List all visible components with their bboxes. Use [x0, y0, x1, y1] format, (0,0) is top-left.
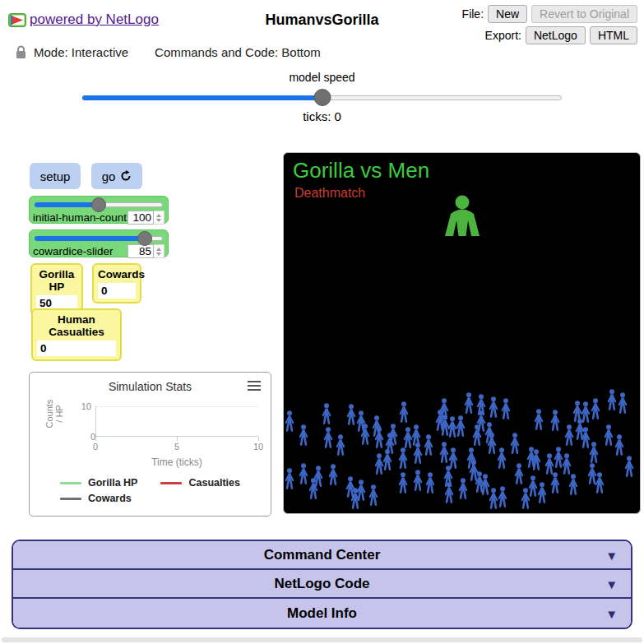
human-figure	[368, 484, 378, 506]
monitor-cowards: Cowards 0	[92, 263, 141, 303]
human-figure	[464, 392, 474, 414]
slider-cowardice[interactable]: cowardice-slider 85	[29, 229, 169, 257]
command-center-bar[interactable]: Command Center ▼	[13, 541, 631, 570]
go-button[interactable]: go	[91, 163, 142, 189]
bottom-panels: Command Center ▼ NetLogo Code ▼ Model In…	[12, 540, 632, 629]
human-figure	[489, 396, 498, 418]
header: powered by NetLogo HumanvsGorilla File: …	[0, 0, 644, 43]
human-figure	[425, 472, 435, 493]
mode-row: Mode: Interactive Commands and Code: Bot…	[15, 45, 321, 59]
y-tick-label: 10	[75, 401, 91, 411]
forever-repeat-icon	[120, 170, 132, 182]
model-speed-slider[interactable]	[82, 89, 562, 105]
legend-item-casualties: Casualties	[160, 477, 240, 489]
human-figure	[498, 486, 507, 507]
human-figure	[618, 392, 628, 414]
human-figure	[564, 424, 574, 446]
legend-label: Gorilla HP	[88, 477, 137, 489]
human-figure	[534, 409, 544, 430]
main-area: setup go initial-human-count 100	[0, 152, 644, 514]
human-figure	[299, 463, 308, 484]
monitor-label: Gorilla HP	[36, 268, 77, 293]
y-tick-label: 0	[79, 432, 95, 442]
speed-label: model speed	[0, 71, 644, 84]
human-figure	[398, 447, 408, 469]
slider-fill	[35, 202, 100, 207]
slider-thumb[interactable]	[137, 231, 152, 246]
speed-thumb[interactable]	[313, 89, 331, 106]
new-button[interactable]: New	[488, 5, 527, 23]
gorilla-figure	[438, 195, 486, 238]
spinner-down-icon[interactable]	[156, 219, 161, 222]
slider-thumb[interactable]	[91, 197, 106, 212]
legend-swatch	[60, 482, 81, 484]
setup-button[interactable]: setup	[30, 163, 81, 189]
human-figure	[607, 389, 617, 410]
human-figure	[476, 394, 486, 415]
plot-canvas	[95, 406, 258, 437]
slider-value-input[interactable]: 100	[127, 211, 154, 225]
world-subtitle: Deathmatch	[294, 186, 365, 201]
human-figure	[497, 447, 507, 469]
commands-code-text: Commands and Code: Bottom	[155, 45, 321, 59]
slider-initial-human-count[interactable]: initial-human-count 100	[29, 196, 169, 224]
monitor-value: 0	[37, 341, 116, 356]
world-title: Gorilla vs Men	[293, 158, 429, 183]
chevron-down-icon[interactable]: ▼	[605, 577, 618, 591]
x-tick-label: 5	[174, 442, 179, 452]
spinner-down-icon[interactable]	[156, 253, 161, 256]
human-figure	[356, 480, 366, 501]
human-figure	[299, 424, 308, 446]
legend-swatch	[160, 482, 182, 484]
human-figure	[424, 434, 433, 456]
export-netlogo-button[interactable]: NetLogo	[526, 26, 586, 44]
human-figure	[439, 398, 449, 419]
human-figure	[399, 401, 409, 423]
revert-to-original-button[interactable]: Revert to Original	[531, 5, 637, 23]
human-figure	[537, 482, 547, 503]
model-info-bar[interactable]: Model Info ▼	[13, 599, 631, 628]
panel-label: Model Info	[287, 605, 357, 622]
human-figure	[285, 410, 294, 432]
go-button-label: go	[102, 169, 116, 183]
human-figure	[550, 410, 560, 431]
human-figure	[322, 403, 331, 424]
human-figure	[285, 468, 294, 489]
human-figure	[336, 434, 345, 456]
human-figure	[595, 472, 605, 493]
human-figure	[591, 398, 600, 419]
monitor-human-casualties: Human Casualties 0	[31, 308, 122, 361]
human-figure	[562, 453, 572, 475]
human-figure	[456, 415, 466, 437]
export-html-button[interactable]: HTML	[590, 26, 637, 44]
netlogo-code-bar[interactable]: NetLogo Code ▼	[13, 570, 631, 599]
human-figure	[413, 470, 423, 491]
human-figure	[510, 433, 520, 454]
human-figure	[413, 442, 423, 464]
human-figure	[398, 472, 408, 493]
slider-fill	[35, 236, 146, 241]
chevron-down-icon[interactable]: ▼	[605, 606, 618, 620]
horizontal-scrollbar[interactable]	[2, 637, 642, 642]
legend-item-cowards: Cowards	[60, 493, 137, 504]
panel-label: NetLogo Code	[274, 576, 369, 592]
human-figure	[308, 478, 318, 499]
x-tick-mark	[95, 437, 96, 441]
slider-spinner[interactable]	[154, 211, 164, 225]
slider-label: cowardice-slider	[33, 245, 114, 257]
slider-spinner[interactable]	[154, 244, 164, 258]
human-figure	[589, 442, 599, 463]
human-figure	[624, 456, 634, 477]
legend-item-gorilla-hp: Gorilla HP	[60, 477, 137, 489]
spinner-up-icon[interactable]	[156, 248, 161, 251]
simulation-stats-plot: Simulation Stats 10 0 0 5 10 Counts / HP…	[29, 372, 271, 517]
speed-fill	[82, 95, 322, 100]
world-view[interactable]: Gorilla vs Men Deathmatch	[283, 152, 641, 514]
legend-swatch	[60, 498, 81, 500]
chevron-down-icon[interactable]: ▼	[605, 548, 618, 562]
slider-label: initial-human-count	[33, 211, 127, 224]
x-axis-label: Time (ticks)	[95, 456, 258, 468]
slider-value-input[interactable]: 85	[127, 244, 154, 258]
plot-menu-icon[interactable]	[248, 381, 261, 393]
spinner-up-icon[interactable]	[156, 214, 161, 217]
